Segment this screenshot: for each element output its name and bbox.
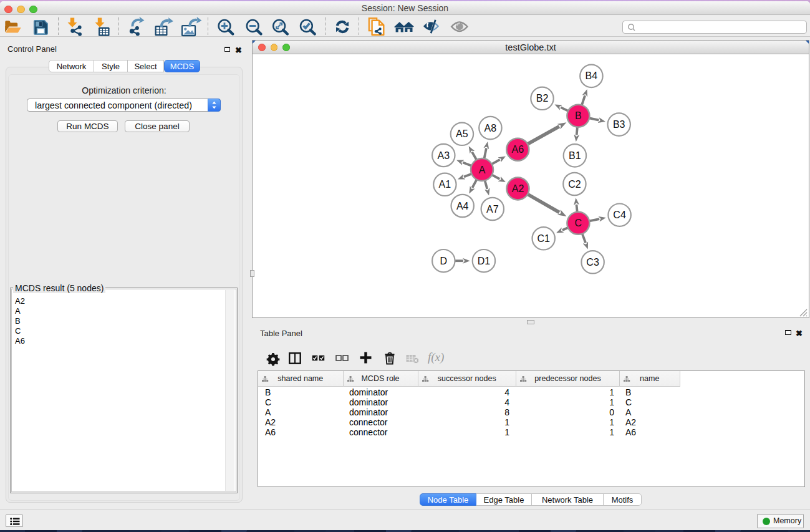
svg-text:C1: C1 [537,233,550,243]
svg-text:A7: A7 [486,203,499,214]
svg-text:C3: C3 [586,256,599,267]
svg-text:B4: B4 [586,70,598,81]
svg-text:B2: B2 [536,93,549,104]
svg-text:B3: B3 [613,119,625,130]
svg-text:B: B [575,110,582,121]
svg-text:A8: A8 [485,122,497,133]
svg-text:A: A [479,164,486,175]
svg-text:A2: A2 [512,183,524,194]
svg-text:C4: C4 [613,210,626,220]
svg-text:A4: A4 [456,200,469,211]
svg-text:A1: A1 [439,179,451,190]
svg-text:B1: B1 [569,150,581,160]
svg-text:A5: A5 [456,128,468,139]
svg-text:D: D [440,255,448,266]
svg-text:A6: A6 [512,144,524,155]
svg-text:C2: C2 [568,178,581,189]
svg-text:C: C [575,218,582,228]
svg-text:D1: D1 [478,255,491,266]
svg-text:A3: A3 [438,150,450,160]
